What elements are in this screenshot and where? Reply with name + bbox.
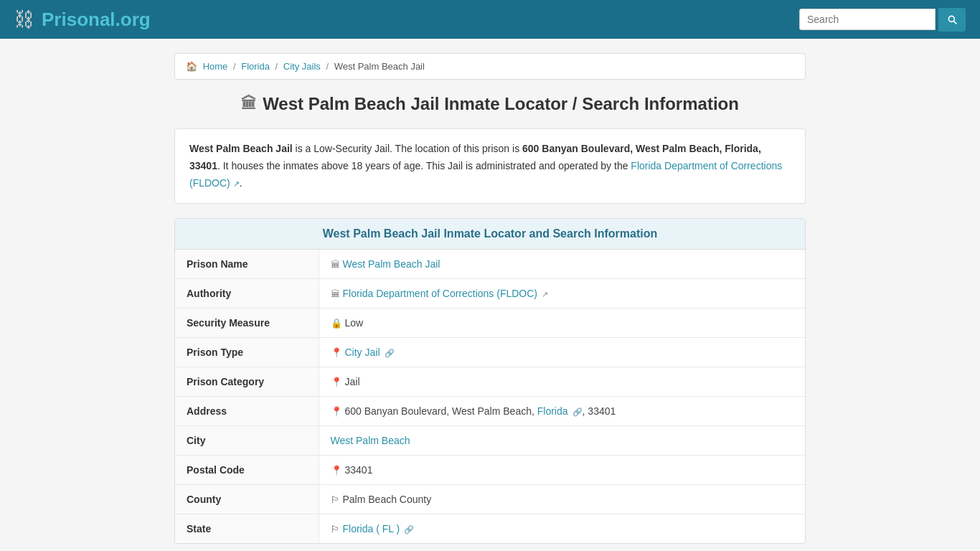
external-link-icon: ↗ — [540, 290, 548, 298]
row-icon: 🔒 — [331, 318, 342, 329]
value-text: Low — [345, 317, 364, 329]
link-icon: 🔗 — [570, 408, 583, 416]
row-icon: 🏳 — [331, 494, 340, 505]
table-value: 🏛West Palm Beach Jail — [319, 250, 805, 279]
table-label: County — [175, 485, 319, 514]
row-icon: 📍 — [331, 406, 342, 417]
logo-main: Prisonal — [42, 9, 116, 30]
value-link[interactable]: Florida Department of Corrections (FLDOC… — [343, 288, 538, 299]
breadcrumb-home[interactable]: Home — [203, 61, 228, 72]
state-link[interactable]: Florida — [537, 405, 568, 417]
breadcrumb-current: West Palm Beach Jail — [334, 61, 425, 72]
table-row: Address📍600 Banyan Boulevard, West Palm … — [175, 397, 805, 426]
table-row: Security Measure🔒Low — [175, 309, 805, 338]
chain-link-icon: 🔗 — [402, 525, 414, 534]
search-area — [799, 8, 966, 32]
value-text: 33401 — [345, 464, 373, 476]
chain-link-icon: 🔗 — [382, 349, 395, 357]
row-icon: 🏛 — [331, 288, 340, 299]
info-section-header: West Palm Beach Jail Inmate Locator and … — [175, 219, 805, 250]
table-value: 📍Jail — [319, 367, 805, 397]
table-row: Prison Name🏛West Palm Beach Jail — [175, 250, 805, 279]
logo-icon: ⛓ — [14, 8, 34, 32]
value-link[interactable]: West Palm Beach Jail — [343, 258, 440, 270]
logo-area: ⛓ Prisonal.org — [14, 8, 151, 32]
row-icon: 📍 — [331, 465, 342, 476]
table-row: State🏳Florida ( FL ) 🔗 — [175, 514, 805, 544]
value-text: Jail — [345, 376, 360, 387]
table-row: Prison Type📍City Jail 🔗 — [175, 338, 805, 367]
value-link[interactable]: Florida ( FL ) — [343, 523, 400, 534]
table-value: 🏛Florida Department of Corrections (FLDO… — [319, 279, 805, 309]
table-label: Address — [175, 397, 319, 426]
table-value: 🔒Low — [319, 309, 805, 338]
table-value: 📍City Jail 🔗 — [319, 338, 805, 367]
search-icon — [946, 14, 958, 25]
breadcrumb-city-jails[interactable]: City Jails — [283, 61, 321, 72]
table-label: Prison Name — [175, 250, 319, 279]
search-input[interactable] — [799, 9, 936, 30]
external-link-icon: ↗ — [233, 179, 240, 188]
table-row: CityWest Palm Beach — [175, 426, 805, 456]
breadcrumb: 🏠 Home / Florida / City Jails / West Pal… — [174, 53, 806, 80]
table-label: Authority — [175, 279, 319, 309]
table-row: Prison Category📍Jail — [175, 367, 805, 397]
search-button[interactable] — [938, 8, 966, 32]
content-wrapper: 🏠 Home / Florida / City Jails / West Pal… — [167, 53, 813, 544]
prison-name-bold: West Palm Beach Jail — [189, 143, 293, 154]
table-value: 🏳Palm Beach County — [319, 485, 805, 514]
table-row: County🏳Palm Beach County — [175, 485, 805, 514]
table-label: City — [175, 426, 319, 456]
site-header: ⛓ Prisonal.org — [0, 0, 980, 39]
table-row: Postal Code📍33401 — [175, 456, 805, 485]
value-link[interactable]: West Palm Beach — [331, 435, 410, 446]
table-value: 📍600 Banyan Boulevard, West Palm Beach, … — [319, 397, 805, 426]
breadcrumb-florida[interactable]: Florida — [241, 61, 270, 72]
table-label: Postal Code — [175, 456, 319, 485]
table-value: 🏳Florida ( FL ) 🔗 — [319, 514, 805, 544]
table-label: State — [175, 514, 319, 544]
value-link[interactable]: City Jail — [345, 347, 380, 358]
value-text: Palm Beach County — [343, 494, 432, 505]
page-title: 🏛 West Palm Beach Jail Inmate Locator / … — [174, 94, 806, 114]
row-icon: 📍 — [331, 377, 342, 387]
home-icon: 🏠 — [186, 61, 197, 72]
description-block: West Palm Beach Jail is a Low-Security J… — [174, 128, 806, 204]
row-icon: 🏛 — [331, 259, 340, 270]
table-value: West Palm Beach — [319, 426, 805, 456]
table-label: Prison Category — [175, 367, 319, 397]
logo-text: Prisonal.org — [42, 9, 151, 31]
table-label: Security Measure — [175, 309, 319, 338]
row-icon: 📍 — [331, 347, 342, 358]
table-row: Authority🏛Florida Department of Correcti… — [175, 279, 805, 309]
table-label: Prison Type — [175, 338, 319, 367]
info-section: West Palm Beach Jail Inmate Locator and … — [174, 218, 806, 544]
table-value: 📍33401 — [319, 456, 805, 485]
logo-accent: .org — [116, 9, 151, 30]
info-table: Prison Name🏛West Palm Beach JailAuthorit… — [175, 250, 805, 543]
row-icon: 🏳 — [331, 524, 340, 534]
title-building-icon: 🏛 — [241, 95, 257, 113]
